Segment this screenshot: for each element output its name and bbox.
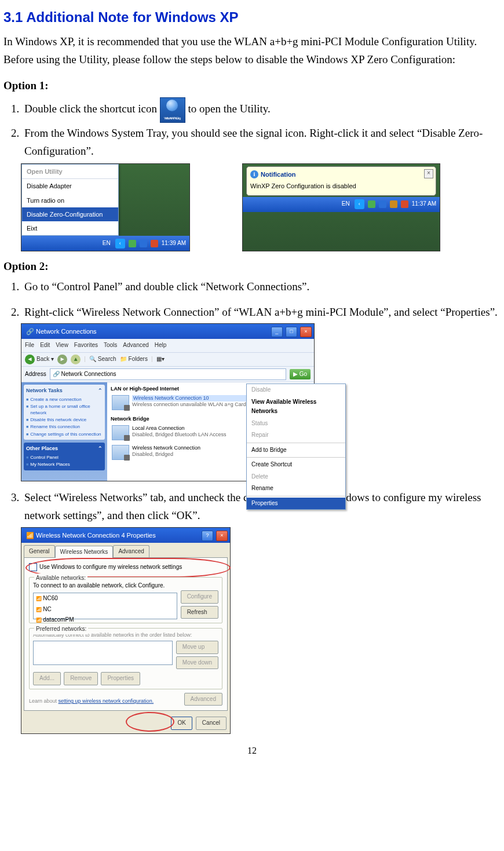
info-icon: i — [250, 170, 258, 178]
taskbar: EN ‹ 11:39 AM — [21, 236, 189, 251]
side-panel: Network Tasks⌃ Create a new connection S… — [21, 382, 107, 481]
ctx-rename[interactable]: Rename — [247, 483, 345, 495]
tray-icon[interactable] — [151, 240, 158, 247]
figure-tray-menu: Open Utility Disable Adapter Turn radio … — [21, 163, 190, 251]
preferred-networks-label: Preferred networks: — [34, 624, 88, 634]
up-icon[interactable]: ▲ — [71, 355, 81, 364]
step1-text-b: to open the Utility. — [188, 103, 271, 115]
notification-balloon: × i Notification WinXP Zero Configuratio… — [246, 166, 436, 195]
menu-turn-radio-on[interactable]: Turn radio on — [22, 193, 118, 207]
menu-open-utility[interactable]: Open Utility — [22, 165, 118, 179]
ctx-repair[interactable]: Repair — [247, 429, 345, 441]
option2-step1: Go to “Control Panel” and double click “… — [22, 277, 501, 295]
ctx-disable[interactable]: Disable — [247, 384, 345, 396]
balloon-title: Notification — [261, 169, 296, 180]
ctx-create-shortcut[interactable]: Create Shortcut — [247, 459, 345, 471]
tab-advanced[interactable]: Advanced — [113, 545, 149, 558]
minimize-icon[interactable]: _ — [271, 327, 283, 337]
address-label: Address — [25, 370, 46, 379]
close-icon[interactable]: × — [424, 169, 433, 178]
menu-disable-zero-config[interactable]: Disable Zero-Configuration — [22, 207, 118, 221]
tray-icon[interactable] — [390, 200, 397, 208]
address-input[interactable]: 🔗 Network Connections — [50, 368, 286, 381]
dialog-title: 📶 Wireless Network Connection 4 Properti… — [26, 530, 156, 540]
balloon-body: WinXP Zero Configuration is disabled — [250, 181, 432, 191]
ok-button[interactable]: OK — [171, 717, 192, 730]
figure-network-connections: 🔗 Network Connections _ □ × FileEditView… — [21, 323, 315, 481]
views-icon[interactable]: ▦▾ — [156, 355, 165, 364]
advanced-button[interactable]: Advanced — [184, 693, 222, 706]
ctx-status[interactable]: Status — [247, 418, 345, 430]
tray-expand-icon[interactable]: ‹ — [115, 239, 125, 249]
menu-disable-adapter[interactable]: Disable Adapter — [22, 179, 118, 193]
menu-exit[interactable]: Eixt — [22, 221, 118, 235]
wlan-utility-icon: WLAN a+gmini-PCI — [160, 97, 185, 123]
option2-step2: Right-click “Wireless Network Connection… — [22, 303, 501, 321]
tray-context-menu: Open Utility Disable Adapter Turn radio … — [21, 164, 119, 236]
figure-notification: × i Notification WinXP Zero Configuratio… — [242, 163, 440, 251]
tab-wireless-networks[interactable]: Wireless Networks — [55, 546, 114, 558]
tray-icon[interactable] — [129, 240, 136, 247]
taskbar-lang[interactable]: EN — [341, 199, 351, 209]
figure-properties-dialog: 📶 Wireless Network Connection 4 Properti… — [21, 527, 231, 734]
help-icon[interactable]: ? — [202, 531, 213, 541]
window-title: 🔗 Network Connections — [26, 326, 97, 337]
page-number: 12 — [3, 743, 501, 758]
ctx-properties[interactable]: Properties — [247, 498, 345, 510]
learn-about-link[interactable]: Learn about setting up wireless network … — [29, 697, 154, 706]
ctx-delete[interactable]: Delete — [247, 471, 345, 483]
back-icon[interactable]: ◄ — [25, 355, 35, 364]
highlight-ring-icon — [126, 712, 174, 732]
close-icon[interactable]: × — [300, 327, 312, 337]
tray-icon[interactable] — [140, 240, 147, 247]
tray-icon[interactable] — [368, 200, 375, 208]
menubar[interactable]: FileEditViewFavoritesToolsAdvancedHelp — [21, 339, 314, 352]
intro-paragraph: In Windows XP, it is recommended that yo… — [3, 32, 501, 69]
cancel-button[interactable]: Cancel — [196, 717, 227, 730]
main-pane: LAN or High-Speed Internet Wireless Netw… — [107, 382, 314, 481]
toolbar[interactable]: ◄Back ▾ ► ▲ | 🔍 Search 📁 Folders | ▦▾ — [21, 352, 314, 367]
properties-button[interactable]: Properties — [101, 672, 140, 685]
use-windows-label: Use Windows to configure my wireless net… — [39, 563, 182, 572]
section-heading: 3.1 Additional Note for Windows XP — [3, 6, 501, 29]
taskbar-lang[interactable]: EN — [101, 239, 112, 249]
taskbar-clock: 11:37 AM — [412, 199, 436, 209]
remove-button[interactable]: Remove — [64, 672, 98, 685]
ctx-view-networks[interactable]: View Available Wireless Networks — [247, 396, 345, 418]
option2-label: Option 2: — [3, 257, 501, 275]
tray-expand-icon[interactable]: ‹ — [355, 199, 364, 209]
close-icon[interactable]: × — [216, 531, 228, 541]
refresh-button[interactable]: Refresh — [181, 606, 218, 619]
ctx-add-bridge[interactable]: Add to Bridge — [247, 444, 345, 456]
preferred-networks-list[interactable] — [33, 641, 173, 665]
network-icon — [112, 395, 129, 410]
available-networks-label: Available networks: — [34, 574, 87, 583]
forward-icon[interactable]: ► — [57, 355, 67, 364]
network-icon — [112, 445, 129, 460]
taskbar: EN ‹ 11:37 AM — [243, 197, 440, 212]
tray-icon[interactable] — [401, 200, 408, 208]
tab-general[interactable]: General — [24, 545, 55, 558]
go-button[interactable]: ▶ Go — [290, 369, 311, 380]
option1-label: Option 1: — [3, 76, 501, 94]
use-windows-checkbox[interactable] — [29, 563, 37, 571]
maximize-icon[interactable]: □ — [286, 327, 297, 337]
move-up-button[interactable]: Move up — [176, 641, 218, 654]
add-button[interactable]: Add... — [33, 672, 61, 685]
option1-step2: From the Windows System Tray, you should… — [22, 124, 501, 160]
network-icon — [112, 425, 129, 440]
tray-icon[interactable] — [379, 200, 386, 208]
option1-step1: Double click the shortcut icon WLAN a+gm… — [22, 97, 501, 123]
taskbar-clock: 11:39 AM — [162, 239, 186, 249]
move-down-button[interactable]: Move down — [176, 656, 218, 670]
configure-button[interactable]: Configure — [181, 590, 218, 604]
step1-text-a: Double click the shortcut icon — [24, 103, 160, 115]
available-networks-list[interactable]: NC60 NC datacomPM — [33, 593, 177, 619]
context-menu: Disable View Available Wireless Networks… — [246, 384, 346, 510]
